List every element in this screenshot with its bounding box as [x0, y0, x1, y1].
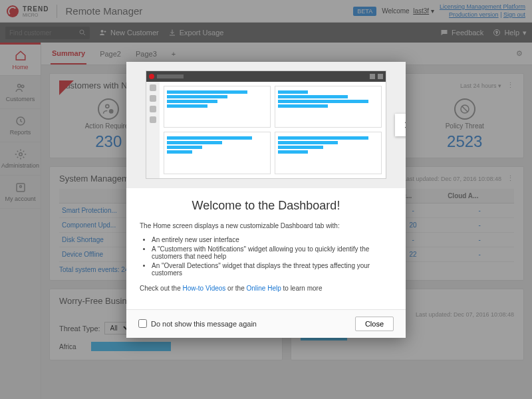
dont-show-checkbox[interactable] — [138, 319, 147, 328]
dont-show-label: Do not show this message again — [151, 320, 257, 328]
howto-link[interactable]: How-to Videos — [182, 285, 225, 292]
help-link[interactable]: Online Help — [246, 285, 281, 292]
modal-bullets: An entirely new user interfaceA "Custome… — [152, 236, 392, 277]
modal-overlay: Welcome to the Dashboard! The Home scree… — [0, 0, 532, 399]
modal-links-line: Check out the How-to Videos or the Onlin… — [140, 283, 392, 293]
modal-intro: The Home screen displays a new customiza… — [140, 221, 392, 231]
chevron-right-icon — [402, 120, 406, 130]
next-button[interactable] — [395, 114, 406, 136]
modal-title: Welcome to the Dashboard! — [140, 199, 392, 213]
welcome-modal: Welcome to the Dashboard! The Home scree… — [126, 62, 406, 338]
close-button[interactable]: Close — [355, 317, 394, 331]
modal-preview-image — [126, 62, 406, 188]
